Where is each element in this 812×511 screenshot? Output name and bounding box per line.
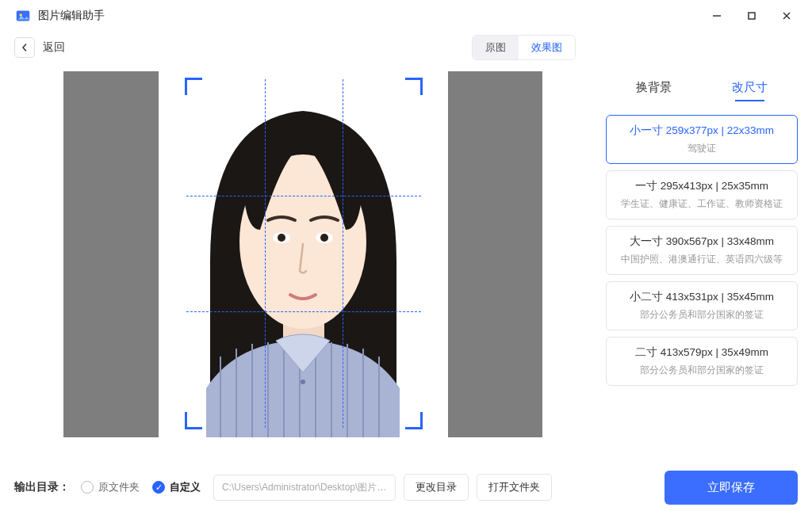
canvas-area	[0, 63, 598, 463]
size-spec: 小二寸 413x531px | 35x45mm	[615, 290, 789, 304]
radio-icon	[81, 481, 94, 494]
size-desc: 学生证、健康证、工作证、教师资格证	[615, 197, 789, 211]
tab-preview[interactable]: 效果图	[519, 36, 575, 59]
main: 换背景 改尺寸 小一寸 259x377px | 22x33mm驾驶证一寸 295…	[0, 63, 812, 463]
path-input[interactable]: C:\Users\Administrator\Desktop\图片编辑	[213, 475, 396, 501]
size-desc: 部分公务员和部分国家的签证	[615, 308, 789, 322]
app-icon	[14, 7, 32, 25]
side-tabs: 换背景 改尺寸	[606, 75, 798, 103]
radio-icon-checked	[152, 481, 165, 494]
tab-change-bg[interactable]: 换背景	[630, 75, 678, 103]
tab-original[interactable]: 原图	[473, 36, 519, 59]
radio-label-original: 原文件夹	[98, 480, 140, 494]
window-controls	[699, 0, 804, 32]
change-dir-button[interactable]: 更改目录	[404, 474, 469, 501]
close-button[interactable]	[769, 0, 804, 32]
size-spec: 大一寸 390x567px | 33x48mm	[615, 235, 789, 249]
size-option-0[interactable]: 小一寸 259x377px | 22x33mm驾驶证	[606, 115, 798, 164]
radio-custom-folder[interactable]: 自定义	[152, 480, 201, 494]
photo-preview[interactable]	[159, 71, 448, 437]
minimize-button[interactable]	[699, 0, 734, 32]
size-option-3[interactable]: 小二寸 413x531px | 35x45mm部分公务员和部分国家的签证	[606, 281, 798, 330]
maximize-button[interactable]	[734, 0, 769, 32]
size-spec: 二寸 413x579px | 35x49mm	[615, 345, 789, 360]
size-spec: 小一寸 259x377px | 22x33mm	[615, 124, 789, 138]
app-title: 图片编辑助手	[38, 9, 105, 23]
footer: 输出目录： 原文件夹 自定义 C:\Users\Administrator\De…	[0, 463, 812, 511]
canvas-background	[63, 71, 542, 437]
size-desc: 中国护照、港澳通行证、英语四六级等	[615, 253, 789, 266]
open-folder-button[interactable]: 打开文件夹	[477, 474, 552, 501]
output-label: 输出目录：	[14, 480, 70, 494]
size-option-4[interactable]: 二寸 413x579px | 35x49mm部分公务员和部分国家的签证	[606, 337, 798, 386]
size-spec: 一寸 295x413px | 25x35mm	[615, 179, 789, 193]
sidebar: 换背景 改尺寸 小一寸 259x377px | 22x33mm驾驶证一寸 295…	[598, 63, 812, 463]
svg-point-24	[301, 379, 305, 384]
svg-point-10	[278, 234, 285, 242]
toolbar: 返回 原图 效果图	[0, 32, 812, 63]
radio-original-folder[interactable]: 原文件夹	[81, 480, 140, 494]
save-button[interactable]: 立即保存	[665, 471, 798, 505]
tab-resize[interactable]: 改尺寸	[726, 75, 774, 103]
svg-point-12	[320, 234, 328, 242]
size-options: 小一寸 259x377px | 22x33mm驾驶证一寸 295x413px |…	[606, 115, 798, 386]
size-option-2[interactable]: 大一寸 390x567px | 33x48mm中国护照、港澳通行证、英语四六级等	[606, 226, 798, 275]
radio-label-custom: 自定义	[170, 480, 201, 494]
back-label: 返回	[43, 40, 65, 55]
titlebar: 图片编辑助手	[0, 0, 812, 32]
size-desc: 驾驶证	[615, 142, 789, 155]
size-desc: 部分公务员和部分国家的签证	[615, 364, 789, 377]
size-option-1[interactable]: 一寸 295x413px | 25x35mm学生证、健康证、工作证、教师资格证	[606, 170, 798, 219]
view-tabs: 原图 效果图	[472, 35, 576, 60]
back-button[interactable]	[14, 37, 35, 58]
svg-rect-3	[749, 13, 755, 19]
